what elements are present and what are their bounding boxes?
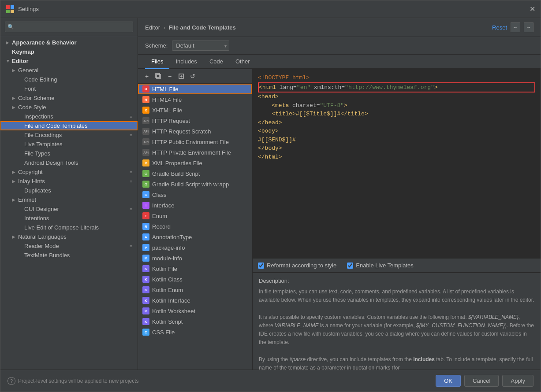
sidebar-item-duplicates[interactable]: Duplicates	[0, 186, 138, 195]
arrow-icon: ▶	[6, 40, 12, 45]
file-item-gradle-wrap[interactable]: G Gradle Build Script with wrapp	[138, 179, 252, 189]
breadcrumb-sep: ›	[164, 24, 167, 31]
sidebar-item-label: Inspections	[24, 113, 128, 120]
close-button[interactable]: ✕	[530, 5, 535, 13]
add-template-button[interactable]: +	[142, 71, 152, 81]
file-item-label: Interface	[152, 202, 175, 209]
sidebar-item-appearance[interactable]: ▶ Appearance & Behavior	[0, 38, 138, 47]
file-item-html4[interactable]: H HTML4 File	[138, 94, 252, 105]
ok-button[interactable]: OK	[436, 375, 461, 387]
reset-template-button[interactable]: ↺	[187, 71, 198, 81]
file-item-package-info[interactable]: P package-info	[138, 242, 252, 253]
code-line: <meta charset="UTF-8">	[258, 101, 535, 110]
window-title: Settings	[18, 6, 39, 12]
sidebar-item-live-edit-compose[interactable]: Live Edit of Compose Literals	[0, 223, 138, 232]
arrow-icon: ▼	[6, 59, 12, 63]
sidebar-item-natural-languages[interactable]: ▶ Natural Languages	[0, 232, 138, 241]
sidebar-item-file-types[interactable]: File Types	[0, 149, 138, 158]
nav-forward-button[interactable]: →	[524, 22, 534, 32]
sidebar-item-file-and-code-templates[interactable]: File and Code Templates	[0, 121, 138, 130]
remove-template-button[interactable]: −	[164, 71, 175, 81]
sidebar-item-code-style[interactable]: ▶ Code Style	[0, 103, 138, 112]
sidebar-item-code-editing[interactable]: Code Editing	[0, 75, 138, 84]
file-item-record[interactable]: R Record	[138, 221, 252, 232]
code-line-highlighted: <html lang="en" xmlns:th="http://www.thy…	[258, 82, 535, 93]
file-item-kotlin-file[interactable]: K Kotlin File	[138, 263, 252, 274]
file-item-xhtml[interactable]: X XHTML File	[138, 105, 252, 115]
kotlin-script-icon: K	[142, 318, 149, 325]
tab-files[interactable]: Files	[145, 55, 169, 69]
sidebar-item-textmate-bundles[interactable]: TextMate Bundles	[0, 251, 138, 260]
sidebar-item-general[interactable]: ▶ General	[0, 66, 138, 75]
sidebar-item-label: Live Templates	[24, 141, 134, 148]
arrow-icon: ▶	[12, 105, 18, 110]
sidebar-item-label: GUI Designer	[24, 206, 128, 212]
code-editor[interactable]: <!DOCTYPE html> <html lang="en" xmlns:th…	[253, 69, 541, 258]
file-item-http-public[interactable]: API HTTP Public Environment File	[138, 137, 252, 147]
enum-file-icon: E	[142, 212, 149, 219]
badge-icon: ≡	[128, 114, 134, 120]
reset-button[interactable]: Reset	[492, 24, 507, 31]
sidebar-item-editor[interactable]: ▼ Editor	[0, 56, 138, 66]
sidebar-item-emmet[interactable]: ▶ Emmet	[0, 195, 138, 204]
kotlin-worksheet-icon: K	[142, 307, 149, 314]
checkboxes-row: Reformat according to style Enable Live …	[253, 258, 541, 273]
sidebar-item-reader-mode[interactable]: Reader Mode ≡	[0, 241, 138, 251]
duplicate-template-button[interactable]	[176, 71, 187, 81]
code-line: </html>	[258, 153, 535, 162]
file-item-kotlin-class[interactable]: K Kotlin Class	[138, 274, 252, 285]
sidebar-item-file-encodings[interactable]: File Encodings ≡	[0, 130, 138, 140]
svg-rect-2	[6, 10, 10, 13]
nav-back-button[interactable]: ←	[511, 22, 520, 32]
live-templates-checkbox-label[interactable]: Enable Live Templates	[347, 262, 414, 269]
tab-includes[interactable]: Includes	[169, 55, 203, 69]
file-item-class[interactable]: C Class	[138, 189, 252, 200]
file-item-http-scratch[interactable]: API HTTP Request Scratch	[138, 126, 252, 137]
file-item-css[interactable]: C CSS File	[138, 327, 252, 337]
sidebar-item-label: Reader Mode	[24, 243, 128, 249]
arrow-icon: ▶	[12, 170, 18, 174]
tab-code[interactable]: Code	[203, 55, 229, 69]
apply-button[interactable]: Apply	[502, 375, 534, 387]
file-item-interface[interactable]: I Interface	[138, 200, 252, 211]
file-item-module-info[interactable]: M module-info	[138, 253, 252, 263]
file-item-enum[interactable]: E Enum	[138, 211, 252, 221]
copy-template-button[interactable]	[153, 71, 164, 81]
sidebar-item-intentions[interactable]: Intentions	[0, 214, 138, 223]
file-item-kotlin-worksheet[interactable]: K Kotlin Worksheet	[138, 306, 252, 316]
file-item-label: Kotlin Enum	[152, 287, 183, 293]
sidebar-item-inspections[interactable]: Inspections ≡	[0, 112, 138, 121]
reformat-checkbox-label[interactable]: Reformat according to style	[258, 262, 336, 269]
file-item-gradle[interactable]: G Gradle Build Script	[138, 168, 252, 179]
file-item-http-request[interactable]: API HTTP Request	[138, 115, 252, 126]
file-item-http-private[interactable]: API HTTP Private Environment File	[138, 147, 252, 158]
sidebar-item-live-templates[interactable]: Live Templates	[0, 140, 138, 149]
file-item-xml-properties[interactable]: X XML Properties File	[138, 158, 252, 168]
sidebar-item-font[interactable]: Font	[0, 84, 138, 93]
file-item-kotlin-script[interactable]: K Kotlin Script	[138, 316, 252, 327]
sidebar-tree: ▶ Appearance & Behavior Keymap ▼ Editor …	[0, 36, 138, 370]
sidebar-item-copyright[interactable]: ▶ Copyright ≡	[0, 167, 138, 177]
help-button[interactable]: ?	[7, 377, 15, 385]
kotlin-file-icon: K	[142, 265, 149, 272]
live-templates-checkbox[interactable]	[347, 263, 353, 269]
file-item-kotlin-interface[interactable]: K Kotlin Interface	[138, 295, 252, 306]
sidebar-item-label: General	[18, 67, 134, 74]
file-item-html[interactable]: H HTML File	[138, 84, 252, 94]
sidebar-item-color-scheme[interactable]: ▶ Color Scheme	[0, 93, 138, 103]
scheme-select[interactable]: Default Project	[172, 41, 229, 51]
file-item-annotation[interactable]: A AnnotationType	[138, 232, 252, 242]
svg-rect-3	[11, 10, 14, 13]
reformat-checkbox[interactable]	[258, 263, 264, 269]
sidebar-item-android-design-tools[interactable]: Android Design Tools	[0, 158, 138, 167]
search-input[interactable]	[5, 22, 133, 32]
sidebar-item-label: File and Code Templates	[24, 122, 134, 129]
sidebar-item-keymap[interactable]: Keymap	[0, 47, 138, 56]
cancel-button[interactable]: Cancel	[464, 375, 499, 387]
split-area: + −	[138, 69, 541, 370]
file-item-kotlin-enum[interactable]: K Kotlin Enum	[138, 285, 252, 295]
sidebar-item-gui-designer[interactable]: GUI Designer ≡	[0, 204, 138, 214]
file-item-label: Class	[152, 192, 167, 198]
tab-other[interactable]: Other	[229, 55, 256, 69]
sidebar-item-inlay-hints[interactable]: ▶ Inlay Hints ≡	[0, 177, 138, 186]
